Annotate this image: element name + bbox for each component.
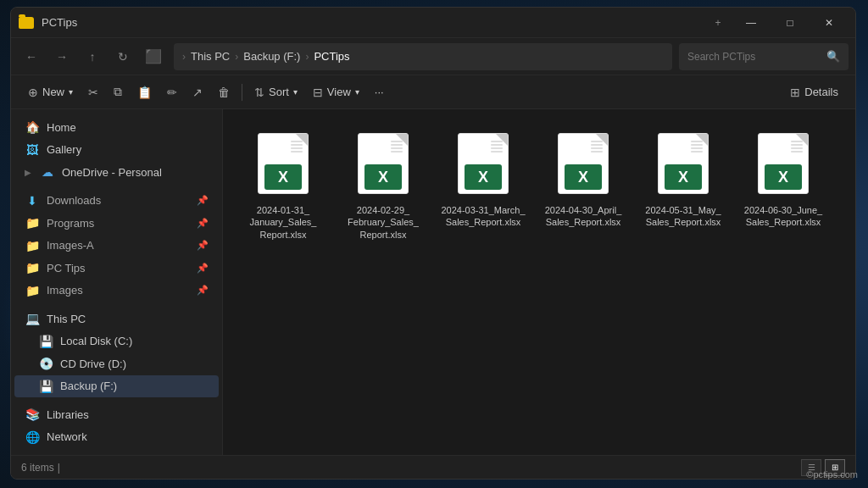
file-item[interactable]: X 2024-01-31_​January_​Sales_​Report.xls… — [236, 123, 330, 247]
sidebar-item-gallery[interactable]: 🖼 Gallery — [14, 139, 219, 162]
rename-icon: ✏ — [167, 86, 177, 99]
sidebar-item-images[interactable]: 📁 Images 📌 — [14, 280, 219, 302]
titlebar: PCTips + — □ ✕ — [11, 8, 855, 38]
folder-icon — [19, 17, 34, 29]
backup-icon: 💾 — [38, 379, 53, 394]
sidebar-divider-3 — [11, 397, 222, 403]
more-button[interactable]: ··· — [368, 80, 391, 105]
address-this-pc[interactable]: This PC — [191, 50, 230, 63]
sidebar-label-network: Network — [47, 430, 87, 443]
address-backup[interactable]: Backup (F:) — [243, 50, 300, 63]
back-button[interactable]: ← — [18, 43, 45, 70]
copy-button[interactable]: ⧉ — [107, 80, 129, 105]
sidebar-item-downloads[interactable]: ⬇ Downloads 📌 — [14, 189, 219, 212]
thispc-icon: 💻 — [25, 311, 40, 326]
file-icon-container: X — [653, 130, 714, 197]
pctips-icon: 📁 — [25, 260, 40, 275]
sidebar-item-thispc[interactable]: 💻 This PC — [14, 308, 219, 330]
excel-badge: X — [665, 164, 702, 190]
details-button[interactable]: ⊞ Details — [783, 86, 845, 99]
search-bar[interactable]: 🔍 — [679, 43, 849, 70]
paste-button[interactable]: 📋 — [131, 80, 159, 105]
sidebar-item-images-a[interactable]: 📁 Images-A 📌 — [14, 235, 219, 258]
new-tab-button[interactable]: + — [704, 8, 732, 38]
new-icon: ⊕ — [28, 86, 38, 99]
file-icon-container: X — [553, 130, 614, 197]
file-name: 2024-05-31_​May_​Sales_​Report.xlsx — [641, 204, 726, 229]
main-content: 🏠 Home 🖼 Gallery ▶ ☁ OneDrive - Personal… — [11, 109, 855, 455]
file-item[interactable]: X 2024-05-31_​May_​Sales_​Report.xlsx — [637, 123, 730, 247]
window-folder-icon — [18, 14, 35, 31]
commandbar: ⊕ New ▾ ✂ ⧉ 📋 ✏ ↗ 🗑 ⇅ Sort ▾ ⊟ V — [11, 75, 855, 109]
sidebar-item-cddrive[interactable]: 💿 CD Drive (D:) — [14, 352, 219, 375]
cut-icon: ✂ — [88, 86, 98, 99]
expand-icon: ▶ — [25, 168, 31, 177]
file-item[interactable]: X 2024-03-31_​March_​Sales_​Report.xlsx — [437, 123, 530, 247]
downloads-icon: ⬇ — [25, 193, 40, 208]
up-button[interactable]: ↑ — [79, 43, 106, 70]
sidebar-label-downloads: Downloads — [47, 194, 101, 207]
sort-icon: ⇅ — [254, 86, 264, 99]
pin-icon-2: 📌 — [197, 218, 209, 229]
excel-file-icon: X — [358, 133, 409, 194]
refresh-button[interactable]: ↻ — [109, 43, 136, 70]
delete-button[interactable]: 🗑 — [211, 80, 236, 105]
sidebar-item-network[interactable]: 🌐 Network — [14, 425, 219, 448]
new-button[interactable]: ⊕ New ▾ — [21, 80, 80, 105]
excel-badge: X — [364, 164, 402, 190]
sidebar-label-thispc: This PC — [47, 313, 86, 325]
sidebar-item-pctips[interactable]: 📁 PC Tips 📌 — [14, 257, 219, 280]
minimize-button[interactable]: — — [732, 8, 771, 38]
address-bar[interactable]: › This PC › Backup (F:) › PCTips — [174, 43, 672, 70]
file-item[interactable]: X 2024-04-30_​April_​Sales_​Report.xlsx — [537, 123, 630, 247]
file-item[interactable]: X 2024-02-29_​February_​Sales_​Report.xl… — [337, 123, 430, 247]
close-button[interactable]: ✕ — [810, 8, 849, 38]
rename-button[interactable]: ✏ — [160, 80, 184, 105]
pin-icon: 📌 — [197, 195, 209, 206]
sidebar-item-localdisk[interactable]: 💾 Local Disk (C:) — [14, 330, 219, 352]
sidebar-item-home[interactable]: 🏠 Home — [14, 116, 219, 139]
sidebar: 🏠 Home 🖼 Gallery ▶ ☁ OneDrive - Personal… — [11, 109, 223, 455]
file-item[interactable]: X 2024-06-30_​June_​Sales_​Report.xlsx — [737, 123, 830, 247]
pin-icon-3: 📌 — [197, 240, 209, 251]
sidebar-item-onedrive[interactable]: ▶ ☁ OneDrive - Personal — [14, 161, 219, 184]
excel-lines — [691, 141, 703, 152]
excel-badge: X — [765, 164, 802, 190]
delete-icon: 🗑 — [218, 86, 230, 99]
sidebar-label-pctips: PC Tips — [47, 262, 86, 274]
cut-button[interactable]: ✂ — [81, 80, 105, 105]
file-icon-container: X — [253, 130, 314, 197]
address-sep-1: › — [235, 51, 238, 63]
share-button[interactable]: ↗ — [186, 80, 209, 105]
sidebar-divider — [11, 184, 222, 190]
sidebar-item-libraries[interactable]: 📚 Libraries — [14, 403, 219, 426]
sidebar-label-localdisk: Local Disk (C:) — [60, 335, 132, 347]
new-chevron: ▾ — [69, 87, 73, 97]
forward-button[interactable]: → — [48, 43, 75, 70]
file-name: 2024-01-31_​January_​Sales_​Report.xlsx — [241, 204, 326, 241]
window-title: PCTips — [42, 16, 704, 29]
sidebar-label-cddrive: CD Drive (D:) — [60, 358, 126, 370]
view-button[interactable]: ⊟ View ▾ — [306, 80, 366, 105]
search-input[interactable] — [687, 51, 821, 63]
pane-toggle-button[interactable]: ⬛ — [140, 43, 167, 70]
maximize-button[interactable]: □ — [771, 8, 810, 38]
excel-file-icon: X — [458, 133, 509, 194]
sidebar-label-libraries: Libraries — [47, 408, 89, 421]
share-icon: ↗ — [192, 86, 203, 99]
excel-badge: X — [465, 164, 502, 190]
images-a-icon: 📁 — [25, 238, 40, 253]
sidebar-label-onedrive: OneDrive - Personal — [62, 166, 162, 179]
localdisk-icon: 💾 — [38, 334, 53, 349]
sidebar-label-images: Images — [47, 284, 83, 297]
sidebar-item-backup[interactable]: 💾 Backup (F:) — [14, 375, 219, 398]
sort-button[interactable]: ⇅ Sort ▾ — [248, 80, 304, 105]
excel-file-icon: X — [758, 133, 809, 194]
new-label: New — [42, 86, 64, 98]
address-pctips[interactable]: PCTips — [314, 50, 349, 63]
file-name: 2024-02-29_​February_​Sales_​Report.xlsx — [341, 204, 426, 241]
sidebar-item-programs[interactable]: 📁 Programs 📌 — [14, 212, 219, 235]
file-name: 2024-06-30_​June_​Sales_​Report.xlsx — [741, 204, 826, 229]
statusbar: 6 items | ☰ ⊞ — [11, 455, 855, 479]
view-label: View — [327, 86, 351, 98]
